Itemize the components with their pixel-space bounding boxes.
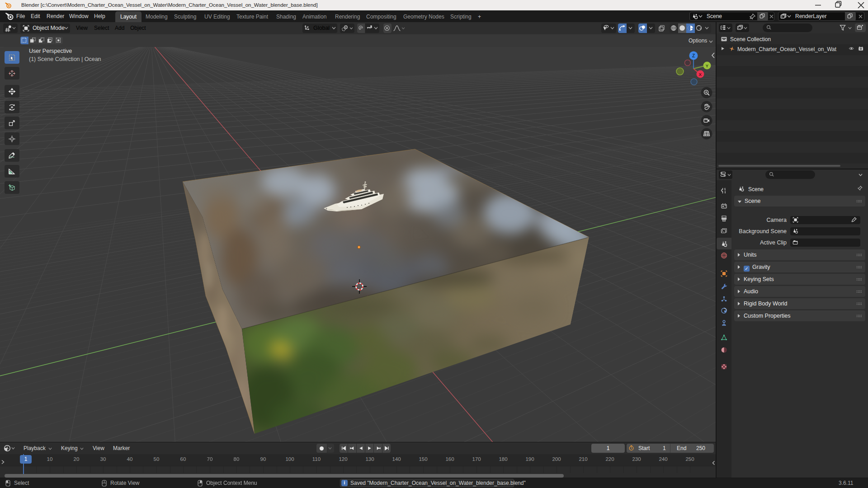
svg-text:Z: Z xyxy=(692,53,695,58)
svg-text:Y: Y xyxy=(706,63,709,68)
svg-text:X: X xyxy=(699,72,702,77)
